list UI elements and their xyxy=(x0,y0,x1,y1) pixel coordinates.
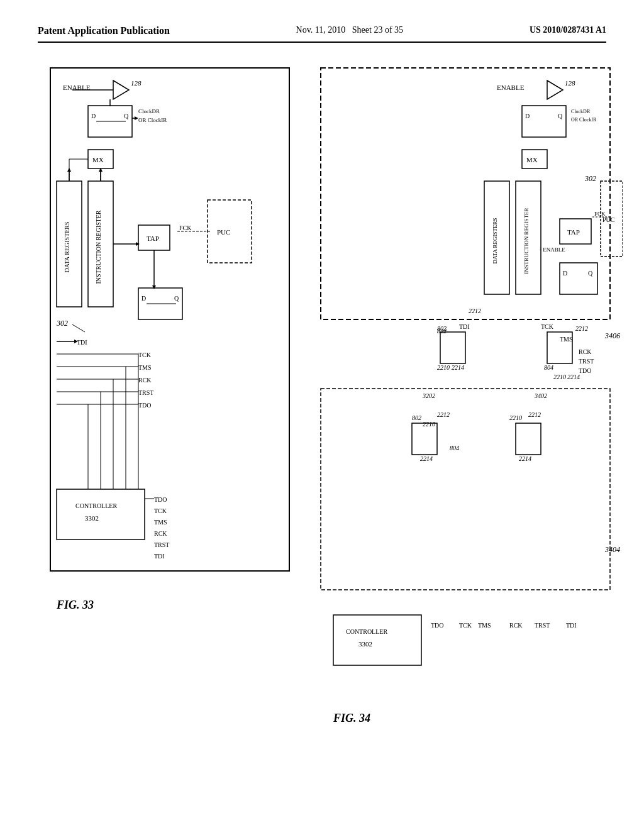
svg-rect-121 xyxy=(412,423,437,455)
svg-text:802: 802 xyxy=(437,325,447,332)
publication-number: US 2010/0287431 A1 xyxy=(530,25,606,35)
svg-text:TCK: TCK xyxy=(138,351,152,358)
svg-rect-94 xyxy=(560,263,597,294)
svg-text:2214: 2214 xyxy=(519,455,531,462)
svg-text:RCK: RCK xyxy=(509,622,523,629)
svg-text:TMS: TMS xyxy=(560,336,573,343)
svg-rect-75 xyxy=(522,106,566,137)
svg-text:Q: Q xyxy=(558,113,563,119)
svg-text:2212: 2212 xyxy=(469,307,481,314)
svg-text:3202: 3202 xyxy=(422,392,435,399)
svg-text:TDI: TDI xyxy=(77,339,87,346)
svg-text:CONTROLLER: CONTROLLER xyxy=(346,628,387,635)
svg-text:TAP: TAP xyxy=(147,235,159,242)
svg-text:TDO: TDO xyxy=(579,367,592,374)
svg-text:TDI: TDI xyxy=(459,323,470,330)
svg-text:ClockDR: ClockDR xyxy=(138,108,160,114)
svg-text:TDO: TDO xyxy=(138,402,152,409)
svg-text:INSTRUCTION REGISTER: INSTRUCTION REGISTER xyxy=(95,210,102,284)
svg-text:TCK: TCK xyxy=(459,622,472,629)
svg-rect-117 xyxy=(321,389,610,590)
svg-text:128: 128 xyxy=(131,79,142,87)
page: Patent Application Publication Nov. 11, … xyxy=(0,0,644,830)
publication-date: Nov. 11, 2010 xyxy=(296,25,346,35)
svg-text:2210: 2210 xyxy=(509,414,522,421)
svg-text:Q: Q xyxy=(124,113,129,119)
fig34-section: ENABLE 128 D Q ClockDR OR ClockIR 302 MX xyxy=(314,62,623,806)
svg-text:TRST: TRST xyxy=(535,622,550,629)
svg-text:PUC: PUC xyxy=(217,228,230,236)
svg-text:MX: MX xyxy=(526,156,538,163)
svg-rect-55 xyxy=(57,489,145,540)
svg-marker-29 xyxy=(136,242,140,246)
svg-text:TDO: TDO xyxy=(431,622,444,629)
page-header: Patent Application Publication Nov. 11, … xyxy=(38,25,606,43)
svg-text:DATA REGISTERS: DATA REGISTERS xyxy=(492,218,498,263)
svg-text:3302: 3302 xyxy=(358,640,372,648)
svg-text:3402: 3402 xyxy=(534,392,547,399)
svg-text:804: 804 xyxy=(450,445,459,451)
svg-text:OR ClockIR: OR ClockIR xyxy=(138,117,167,123)
svg-text:D: D xyxy=(142,295,146,302)
svg-text:ENABLE: ENABLE xyxy=(497,84,525,91)
svg-text:2214: 2214 xyxy=(420,455,433,462)
svg-text:TRST: TRST xyxy=(579,358,594,365)
svg-text:Q: Q xyxy=(588,270,593,277)
svg-text:TCK: TCK xyxy=(541,323,554,330)
publication-title: Patent Application Publication xyxy=(38,25,170,36)
svg-text:DATA REGISTERS: DATA REGISTERS xyxy=(64,221,70,272)
svg-marker-73 xyxy=(547,80,563,99)
svg-text:Q: Q xyxy=(174,295,179,302)
svg-text:TMS: TMS xyxy=(154,519,167,526)
svg-text:TDI: TDI xyxy=(154,553,165,560)
svg-rect-128 xyxy=(333,615,421,665)
svg-rect-102 xyxy=(440,332,465,363)
svg-rect-71 xyxy=(321,68,610,319)
svg-text:D: D xyxy=(525,113,530,119)
svg-text:CONTROLLER: CONTROLLER xyxy=(75,502,117,509)
sheet-info: Sheet 23 of 35 xyxy=(352,25,403,35)
svg-text:RCK: RCK xyxy=(579,348,592,355)
svg-text:D: D xyxy=(91,113,96,119)
svg-text:802: 802 xyxy=(412,414,421,421)
svg-text:2212: 2212 xyxy=(437,411,450,418)
svg-text:TAP: TAP xyxy=(567,228,580,236)
svg-text:2212: 2212 xyxy=(528,411,541,418)
svg-text:FIG. 34: FIG. 34 xyxy=(333,712,370,724)
svg-text:INSTRUCTION REGISTER: INSTRUCTION REGISTER xyxy=(523,208,530,274)
svg-text:FIG. 33: FIG. 33 xyxy=(56,599,94,611)
svg-text:2214: 2214 xyxy=(567,374,580,380)
svg-text:3302: 3302 xyxy=(85,514,99,522)
fig33-svg: ENABLE 128 D Q ClockDR OR ClockIR xyxy=(38,62,302,722)
svg-text:2210: 2210 xyxy=(437,364,450,371)
svg-text:TMS: TMS xyxy=(138,364,152,371)
svg-text:3404: 3404 xyxy=(604,545,620,554)
svg-line-41 xyxy=(72,324,85,332)
svg-text:2214: 2214 xyxy=(452,364,464,371)
svg-marker-39 xyxy=(152,285,156,289)
svg-text:TDI: TDI xyxy=(566,622,577,629)
svg-text:OR ClockIR: OR ClockIR xyxy=(571,117,597,123)
fig34-svg: ENABLE 128 D Q ClockDR OR ClockIR 302 MX xyxy=(314,62,623,804)
svg-text:RCK: RCK xyxy=(154,530,167,537)
svg-text:128: 128 xyxy=(565,79,575,87)
svg-text:302: 302 xyxy=(584,174,596,183)
svg-text:RCK: RCK xyxy=(138,377,152,384)
svg-text:ClockDR: ClockDR xyxy=(571,109,591,114)
svg-text:3406: 3406 xyxy=(604,331,620,340)
svg-marker-1 xyxy=(113,80,129,99)
svg-text:PUC: PUC xyxy=(602,216,615,223)
svg-text:302: 302 xyxy=(56,319,68,328)
diagrams-container: ENABLE 128 D Q ClockDR OR ClockIR xyxy=(38,62,606,806)
svg-text:TCK: TCK xyxy=(154,507,167,514)
svg-rect-124 xyxy=(516,423,541,455)
fig33-section: ENABLE 128 D Q ClockDR OR ClockIR xyxy=(38,62,302,806)
svg-text:FCK: FCK xyxy=(179,224,192,231)
svg-text:TRST: TRST xyxy=(154,541,169,548)
svg-text:TRST: TRST xyxy=(138,389,153,396)
svg-text:D: D xyxy=(563,270,567,277)
svg-text:TMS: TMS xyxy=(478,622,491,629)
svg-text:TDO: TDO xyxy=(154,496,167,503)
svg-text:MX: MX xyxy=(92,156,104,163)
svg-text:2210: 2210 xyxy=(553,374,566,380)
